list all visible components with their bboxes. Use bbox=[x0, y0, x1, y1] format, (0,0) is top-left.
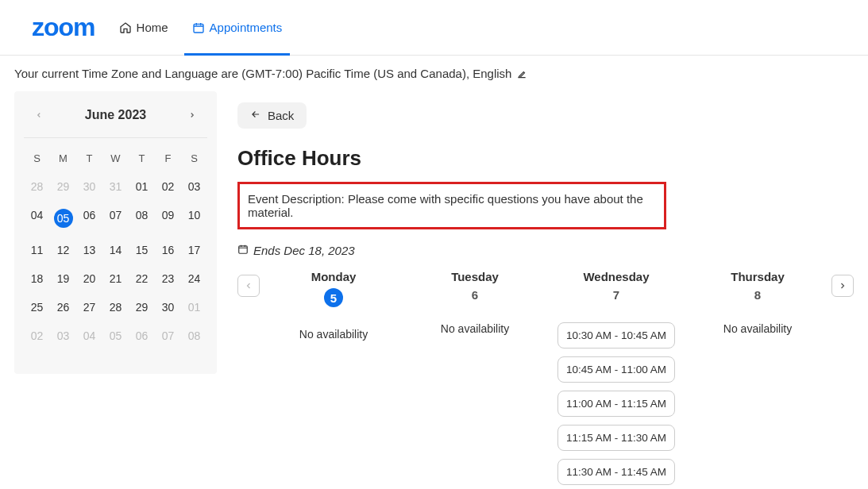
calendar-day[interactable]: 02 bbox=[24, 322, 50, 350]
calendar-dow: M bbox=[50, 146, 76, 172]
week-day-column: Thursday8No availability bbox=[687, 270, 828, 485]
week-day-column: Wednesday710:30 AM - 10:45 AM10:45 AM - … bbox=[546, 270, 687, 485]
week-prev-button[interactable] bbox=[237, 275, 260, 297]
home-icon bbox=[119, 21, 132, 34]
svg-rect-1 bbox=[239, 246, 248, 253]
week-day-name: Tuesday bbox=[451, 270, 499, 283]
calendar-day[interactable]: 05 bbox=[50, 201, 76, 236]
calendar-dow: W bbox=[102, 146, 129, 172]
calendar-day[interactable]: 05 bbox=[102, 322, 129, 350]
calendar-day[interactable]: 14 bbox=[102, 236, 129, 264]
calendar-day[interactable]: 23 bbox=[155, 264, 181, 293]
week-day-column: Tuesday6No availability bbox=[404, 270, 546, 485]
calendar-dow: S bbox=[24, 146, 50, 172]
calendar-day[interactable]: 27 bbox=[76, 293, 102, 322]
event-description: Event Description: Please come with spec… bbox=[237, 182, 666, 229]
calendar-day[interactable]: 28 bbox=[24, 172, 50, 201]
week-next-button[interactable] bbox=[831, 275, 854, 297]
slot-area: No availability bbox=[263, 328, 404, 341]
calendar-day[interactable]: 21 bbox=[102, 264, 129, 293]
calendar-month-title: June 2023 bbox=[85, 108, 146, 122]
calendar-day[interactable]: 15 bbox=[129, 236, 155, 264]
calendar-day[interactable]: 28 bbox=[102, 293, 129, 322]
nav-home-label: Home bbox=[137, 21, 168, 34]
calendar-day[interactable]: 08 bbox=[181, 322, 207, 350]
edit-icon[interactable] bbox=[516, 68, 527, 79]
calendar-end-icon bbox=[237, 244, 249, 257]
calendar-day[interactable]: 10 bbox=[181, 201, 207, 236]
arrow-left-icon bbox=[250, 109, 261, 122]
no-availability: No availability bbox=[723, 322, 792, 335]
page-title: Office Hours bbox=[237, 146, 854, 171]
no-availability: No availability bbox=[441, 322, 509, 335]
calendar-day[interactable]: 30 bbox=[76, 172, 102, 201]
calendar-day[interactable]: 01 bbox=[129, 172, 155, 201]
calendar-day[interactable]: 02 bbox=[155, 172, 181, 201]
calendar-prev-month[interactable] bbox=[32, 106, 46, 125]
time-slot-button[interactable]: 10:30 AM - 10:45 AM bbox=[557, 322, 675, 348]
week-day-number[interactable]: 5 bbox=[324, 288, 343, 307]
calendar-day[interactable]: 04 bbox=[24, 201, 50, 236]
slot-area: No availability bbox=[404, 322, 546, 335]
calendar-dow: T bbox=[129, 146, 155, 172]
calendar-day[interactable]: 06 bbox=[76, 201, 102, 236]
nav-home[interactable]: Home bbox=[119, 10, 168, 45]
week-day-column: Monday5No availability bbox=[263, 270, 404, 485]
calendar-day[interactable]: 04 bbox=[76, 322, 102, 350]
calendar-day[interactable]: 03 bbox=[181, 172, 207, 201]
time-slot-button[interactable]: 10:45 AM - 11:00 AM bbox=[557, 356, 675, 383]
nav-appointments-label: Appointments bbox=[210, 21, 283, 34]
calendar-day[interactable]: 12 bbox=[50, 236, 76, 264]
svg-rect-0 bbox=[194, 24, 203, 33]
calendar-day[interactable]: 09 bbox=[155, 201, 181, 236]
calendar-next-month[interactable] bbox=[185, 106, 199, 125]
calendar-day[interactable]: 20 bbox=[76, 264, 102, 293]
calendar-day[interactable]: 29 bbox=[50, 172, 76, 201]
calendar-day[interactable]: 30 bbox=[155, 293, 181, 322]
calendar-day[interactable]: 03 bbox=[50, 322, 76, 350]
calendar-day[interactable]: 25 bbox=[24, 293, 50, 322]
week-day-number[interactable]: 8 bbox=[754, 288, 761, 302]
calendar-day[interactable]: 29 bbox=[129, 293, 155, 322]
time-slot-button[interactable]: 11:00 AM - 11:15 AM bbox=[557, 391, 675, 417]
calendar-day[interactable]: 22 bbox=[129, 264, 155, 293]
time-slot-button[interactable]: 11:30 AM - 11:45 AM bbox=[557, 459, 675, 485]
week-day-number[interactable]: 7 bbox=[613, 288, 619, 302]
calendar-day[interactable]: 16 bbox=[155, 236, 181, 264]
calendar-dow: T bbox=[76, 146, 102, 172]
calendar-day[interactable]: 18 bbox=[24, 264, 50, 293]
calendar-day[interactable]: 24 bbox=[181, 264, 207, 293]
calendar-day[interactable]: 06 bbox=[129, 322, 155, 350]
slot-area: 10:30 AM - 10:45 AM10:45 AM - 11:00 AM11… bbox=[546, 322, 687, 485]
week-day-name: Wednesday bbox=[583, 270, 649, 283]
calendar-day[interactable]: 07 bbox=[102, 201, 129, 236]
week-day-name: Monday bbox=[311, 270, 357, 283]
calendar-day[interactable]: 13 bbox=[76, 236, 102, 264]
calendar-day[interactable]: 07 bbox=[155, 322, 181, 350]
calendar-day[interactable]: 01 bbox=[181, 293, 207, 322]
back-button[interactable]: Back bbox=[237, 102, 307, 129]
calendar-widget: June 2023 SMTWTFS28293031010203040506070… bbox=[14, 91, 217, 374]
calendar-icon bbox=[192, 21, 205, 34]
week-day-name: Thursday bbox=[731, 270, 785, 283]
calendar-dow: F bbox=[155, 146, 181, 172]
time-slot-button[interactable]: 11:15 AM - 11:30 AM bbox=[557, 425, 675, 451]
week-day-number[interactable]: 6 bbox=[472, 288, 478, 302]
calendar-day[interactable]: 11 bbox=[24, 236, 50, 264]
calendar-dow: S bbox=[181, 146, 207, 172]
back-label: Back bbox=[268, 109, 294, 122]
calendar-day[interactable]: 08 bbox=[129, 201, 155, 236]
calendar-day[interactable]: 19 bbox=[50, 264, 76, 293]
no-availability: No availability bbox=[299, 328, 368, 341]
slot-area: No availability bbox=[687, 322, 828, 335]
nav-appointments[interactable]: Appointments bbox=[192, 10, 283, 45]
calendar-day[interactable]: 17 bbox=[181, 236, 207, 264]
ends-text: Ends Dec 18, 2023 bbox=[253, 244, 355, 257]
calendar-day[interactable]: 26 bbox=[50, 293, 76, 322]
zoom-logo: zoom bbox=[32, 13, 95, 42]
timezone-bar: Your current Time Zone and Language are … bbox=[0, 56, 868, 91]
calendar-day[interactable]: 31 bbox=[102, 172, 129, 201]
timezone-text: Your current Time Zone and Language are … bbox=[14, 67, 511, 80]
